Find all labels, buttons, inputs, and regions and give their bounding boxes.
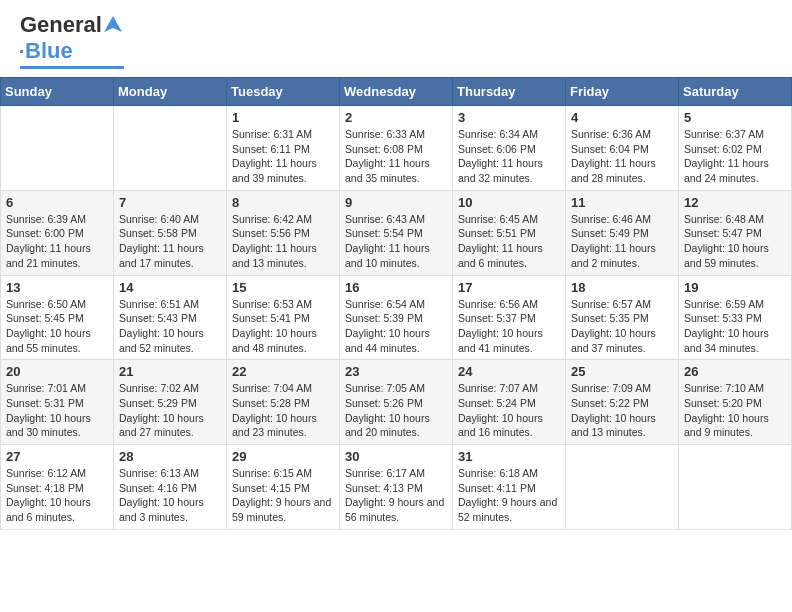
day-number: 9 [345,195,447,210]
day-info: Sunrise: 6:51 AM Sunset: 5:43 PM Dayligh… [119,297,221,356]
calendar-cell: 4Sunrise: 6:36 AM Sunset: 6:04 PM Daylig… [566,106,679,191]
day-info: Sunrise: 7:05 AM Sunset: 5:26 PM Dayligh… [345,381,447,440]
day-info: Sunrise: 6:43 AM Sunset: 5:54 PM Dayligh… [345,212,447,271]
calendar-cell: 9Sunrise: 6:43 AM Sunset: 5:54 PM Daylig… [340,190,453,275]
calendar-cell: 5Sunrise: 6:37 AM Sunset: 6:02 PM Daylig… [679,106,792,191]
col-header-thursday: Thursday [453,78,566,106]
calendar-cell: 21Sunrise: 7:02 AM Sunset: 5:29 PM Dayli… [114,360,227,445]
calendar-cell: 20Sunrise: 7:01 AM Sunset: 5:31 PM Dayli… [1,360,114,445]
calendar-cell: 3Sunrise: 6:34 AM Sunset: 6:06 PM Daylig… [453,106,566,191]
day-number: 26 [684,364,786,379]
calendar-cell: 18Sunrise: 6:57 AM Sunset: 5:35 PM Dayli… [566,275,679,360]
day-number: 28 [119,449,221,464]
col-header-wednesday: Wednesday [340,78,453,106]
calendar-cell [1,106,114,191]
day-info: Sunrise: 6:39 AM Sunset: 6:00 PM Dayligh… [6,212,108,271]
day-number: 5 [684,110,786,125]
day-number: 15 [232,280,334,295]
day-info: Sunrise: 6:34 AM Sunset: 6:06 PM Dayligh… [458,127,560,186]
calendar-cell: 29Sunrise: 6:15 AM Sunset: 4:15 PM Dayli… [227,445,340,530]
calendar-cell: 6Sunrise: 6:39 AM Sunset: 6:00 PM Daylig… [1,190,114,275]
day-info: Sunrise: 7:09 AM Sunset: 5:22 PM Dayligh… [571,381,673,440]
calendar-cell: 25Sunrise: 7:09 AM Sunset: 5:22 PM Dayli… [566,360,679,445]
calendar-cell [114,106,227,191]
day-info: Sunrise: 6:45 AM Sunset: 5:51 PM Dayligh… [458,212,560,271]
calendar-cell: 26Sunrise: 7:10 AM Sunset: 5:20 PM Dayli… [679,360,792,445]
calendar-cell: 23Sunrise: 7:05 AM Sunset: 5:26 PM Dayli… [340,360,453,445]
calendar-cell: 10Sunrise: 6:45 AM Sunset: 5:51 PM Dayli… [453,190,566,275]
day-number: 8 [232,195,334,210]
day-info: Sunrise: 6:53 AM Sunset: 5:41 PM Dayligh… [232,297,334,356]
day-info: Sunrise: 6:50 AM Sunset: 5:45 PM Dayligh… [6,297,108,356]
calendar-cell: 13Sunrise: 6:50 AM Sunset: 5:45 PM Dayli… [1,275,114,360]
day-info: Sunrise: 6:40 AM Sunset: 5:58 PM Dayligh… [119,212,221,271]
calendar-cell: 7Sunrise: 6:40 AM Sunset: 5:58 PM Daylig… [114,190,227,275]
day-info: Sunrise: 6:57 AM Sunset: 5:35 PM Dayligh… [571,297,673,356]
calendar-cell: 1Sunrise: 6:31 AM Sunset: 6:11 PM Daylig… [227,106,340,191]
day-number: 19 [684,280,786,295]
day-number: 20 [6,364,108,379]
day-info: Sunrise: 7:02 AM Sunset: 5:29 PM Dayligh… [119,381,221,440]
day-number: 16 [345,280,447,295]
calendar-cell: 27Sunrise: 6:12 AM Sunset: 4:18 PM Dayli… [1,445,114,530]
week-row-3: 13Sunrise: 6:50 AM Sunset: 5:45 PM Dayli… [1,275,792,360]
week-row-1: 1Sunrise: 6:31 AM Sunset: 6:11 PM Daylig… [1,106,792,191]
calendar-cell: 17Sunrise: 6:56 AM Sunset: 5:37 PM Dayli… [453,275,566,360]
calendar-cell: 24Sunrise: 7:07 AM Sunset: 5:24 PM Dayli… [453,360,566,445]
calendar-cell: 22Sunrise: 7:04 AM Sunset: 5:28 PM Dayli… [227,360,340,445]
day-info: Sunrise: 6:12 AM Sunset: 4:18 PM Dayligh… [6,466,108,525]
day-info: Sunrise: 6:13 AM Sunset: 4:16 PM Dayligh… [119,466,221,525]
day-number: 31 [458,449,560,464]
col-header-sunday: Sunday [1,78,114,106]
day-number: 22 [232,364,334,379]
day-info: Sunrise: 6:56 AM Sunset: 5:37 PM Dayligh… [458,297,560,356]
day-number: 3 [458,110,560,125]
day-info: Sunrise: 6:37 AM Sunset: 6:02 PM Dayligh… [684,127,786,186]
calendar-cell: 28Sunrise: 6:13 AM Sunset: 4:16 PM Dayli… [114,445,227,530]
day-number: 30 [345,449,447,464]
calendar-cell: 2Sunrise: 6:33 AM Sunset: 6:08 PM Daylig… [340,106,453,191]
calendar-cell: 16Sunrise: 6:54 AM Sunset: 5:39 PM Dayli… [340,275,453,360]
calendar-header-row: SundayMondayTuesdayWednesdayThursdayFrid… [1,78,792,106]
week-row-5: 27Sunrise: 6:12 AM Sunset: 4:18 PM Dayli… [1,445,792,530]
calendar-cell: 30Sunrise: 6:17 AM Sunset: 4:13 PM Dayli… [340,445,453,530]
calendar-cell: 14Sunrise: 6:51 AM Sunset: 5:43 PM Dayli… [114,275,227,360]
day-number: 2 [345,110,447,125]
day-info: Sunrise: 6:42 AM Sunset: 5:56 PM Dayligh… [232,212,334,271]
col-header-monday: Monday [114,78,227,106]
day-number: 18 [571,280,673,295]
calendar-cell: 31Sunrise: 6:18 AM Sunset: 4:11 PM Dayli… [453,445,566,530]
calendar-cell: 15Sunrise: 6:53 AM Sunset: 5:41 PM Dayli… [227,275,340,360]
col-header-friday: Friday [566,78,679,106]
day-info: Sunrise: 6:17 AM Sunset: 4:13 PM Dayligh… [345,466,447,525]
logo-arrow-icon [102,14,124,36]
calendar-cell: 12Sunrise: 6:48 AM Sunset: 5:47 PM Dayli… [679,190,792,275]
day-info: Sunrise: 6:33 AM Sunset: 6:08 PM Dayligh… [345,127,447,186]
calendar-cell: 11Sunrise: 6:46 AM Sunset: 5:49 PM Dayli… [566,190,679,275]
day-number: 13 [6,280,108,295]
logo-general: General [20,12,102,38]
calendar-cell [566,445,679,530]
day-number: 29 [232,449,334,464]
col-header-tuesday: Tuesday [227,78,340,106]
day-number: 12 [684,195,786,210]
calendar-cell: 8Sunrise: 6:42 AM Sunset: 5:56 PM Daylig… [227,190,340,275]
day-number: 11 [571,195,673,210]
day-info: Sunrise: 6:59 AM Sunset: 5:33 PM Dayligh… [684,297,786,356]
day-number: 21 [119,364,221,379]
day-info: Sunrise: 6:54 AM Sunset: 5:39 PM Dayligh… [345,297,447,356]
calendar-cell: 19Sunrise: 6:59 AM Sunset: 5:33 PM Dayli… [679,275,792,360]
day-number: 7 [119,195,221,210]
week-row-4: 20Sunrise: 7:01 AM Sunset: 5:31 PM Dayli… [1,360,792,445]
logo: General Blue [20,12,124,69]
day-number: 4 [571,110,673,125]
day-number: 6 [6,195,108,210]
day-info: Sunrise: 7:01 AM Sunset: 5:31 PM Dayligh… [6,381,108,440]
logo-blue: Blue [25,38,73,64]
day-number: 27 [6,449,108,464]
day-number: 25 [571,364,673,379]
page-header: General Blue [0,0,792,77]
day-info: Sunrise: 6:36 AM Sunset: 6:04 PM Dayligh… [571,127,673,186]
day-info: Sunrise: 6:18 AM Sunset: 4:11 PM Dayligh… [458,466,560,525]
day-info: Sunrise: 7:07 AM Sunset: 5:24 PM Dayligh… [458,381,560,440]
